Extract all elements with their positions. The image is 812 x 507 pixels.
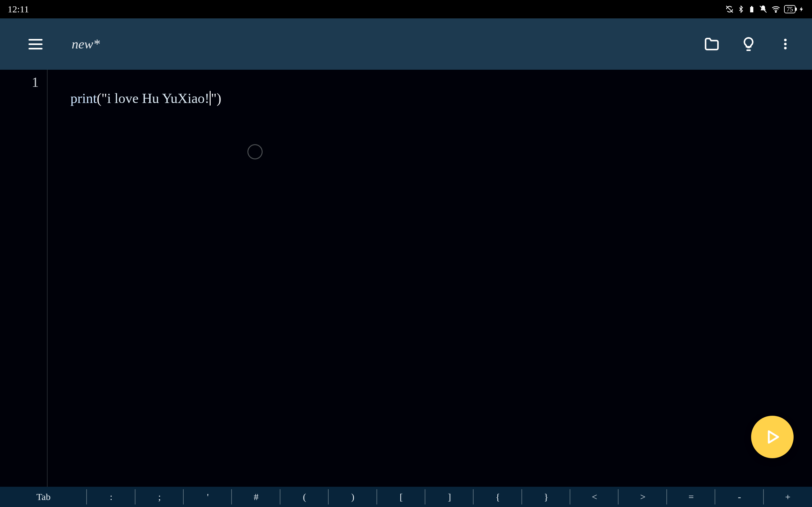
status-time: 12:11 (8, 4, 29, 14)
token-close: ") (211, 91, 221, 106)
key-brace-close[interactable]: } (522, 487, 570, 507)
bluetooth-icon (737, 5, 745, 14)
key-tab[interactable]: Tab (0, 487, 87, 507)
wifi-icon (771, 5, 781, 14)
more-vert-icon (778, 36, 792, 52)
play-icon (764, 429, 781, 446)
more-button[interactable] (771, 30, 799, 58)
menu-button[interactable] (21, 30, 49, 58)
folder-icon (704, 36, 720, 52)
key-apostrophe[interactable]: ' (184, 487, 232, 507)
key-bracket-close[interactable]: ] (425, 487, 473, 507)
key-brace-open[interactable]: { (473, 487, 522, 507)
code-editor[interactable]: 1 print("i love Hu YuXiao!") (0, 70, 812, 487)
svg-point-0 (775, 11, 776, 12)
token-function: print (70, 91, 97, 106)
key-paren-close[interactable]: ) (328, 487, 377, 507)
key-colon[interactable]: : (87, 487, 135, 507)
hamburger-icon (29, 39, 43, 49)
key-semicolon[interactable]: ; (136, 487, 184, 507)
key-hash[interactable]: # (232, 487, 280, 507)
token-open: (" (97, 91, 107, 106)
token-string: i love Hu YuXiao! (107, 91, 209, 106)
key-bracket-open[interactable]: [ (377, 487, 425, 507)
key-lt[interactable]: < (570, 487, 618, 507)
bulb-icon (740, 36, 757, 52)
file-title: new* (72, 37, 100, 52)
battery-saver-icon (748, 5, 756, 14)
status-right: 75 (725, 5, 804, 14)
line-number: 1 (0, 74, 39, 90)
charging-icon (799, 5, 804, 14)
key-equals[interactable]: = (667, 487, 715, 507)
app-bar: new* (0, 18, 812, 70)
status-bar: 12:11 (0, 0, 812, 18)
svg-point-1 (784, 39, 786, 41)
code-area[interactable]: print("i love Hu YuXiao!") (48, 70, 812, 487)
sync-off-icon (725, 5, 734, 14)
key-plus[interactable]: + (764, 487, 812, 507)
svg-point-3 (784, 47, 786, 49)
key-minus[interactable]: - (715, 487, 763, 507)
symbol-key-row: Tab : ; ' # ( ) [ ] { } < > = - + (0, 487, 812, 507)
battery-icon: 75 (784, 5, 796, 13)
battery-percent: 75 (786, 6, 793, 13)
run-button[interactable] (751, 416, 794, 458)
svg-point-2 (784, 43, 786, 45)
touch-indicator (247, 144, 263, 159)
text-cursor (210, 91, 211, 106)
line-gutter: 1 (0, 70, 48, 487)
hint-button[interactable] (734, 30, 763, 58)
key-paren-open[interactable]: ( (281, 487, 328, 507)
open-folder-button[interactable] (698, 30, 726, 58)
mute-icon (759, 5, 768, 14)
key-gt[interactable]: > (618, 487, 667, 507)
